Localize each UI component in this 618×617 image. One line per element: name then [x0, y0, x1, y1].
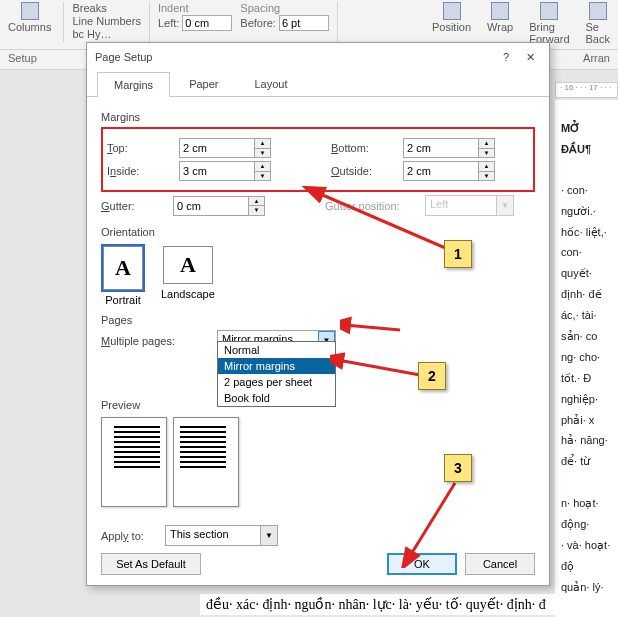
help-button[interactable]: ? — [495, 46, 517, 68]
pages-section-label: Pages — [101, 314, 535, 326]
chevron-down-icon: ▼ — [496, 196, 513, 215]
option-normal[interactable]: Normal — [218, 342, 335, 358]
preview-page-right — [173, 417, 239, 507]
dialog-tabs: Margins Paper Layout — [87, 71, 549, 97]
bottom-label: Bottom: — [331, 142, 403, 154]
option-mirror-margins[interactable]: Mirror margins — [218, 358, 335, 374]
top-spinner[interactable]: ▲▼ — [179, 138, 271, 158]
option-book-fold[interactable]: Book fold — [218, 390, 335, 406]
multiple-pages-dropdown[interactable]: Normal Mirror margins 2 pages per sheet … — [217, 341, 336, 407]
page-setup-dialog: Page Setup ? ✕ Margins Paper Layout Marg… — [86, 42, 550, 586]
outside-spinner[interactable]: ▲▼ — [403, 161, 495, 181]
preview-page-left — [101, 417, 167, 507]
multiple-pages-label: Multiple pages: — [101, 335, 217, 347]
columns-button[interactable]: Columns — [4, 2, 55, 47]
dialog-title: Page Setup — [95, 51, 493, 63]
outside-label: Outside: — [331, 165, 403, 177]
chevron-down-icon[interactable]: ▼ — [260, 526, 277, 545]
doc-footer-line: đều· xác· định· nguồn· nhân· lực· là· yế… — [200, 594, 618, 615]
send-back-button[interactable]: Se Back — [582, 2, 614, 47]
breaks-group[interactable]: Breaks Line Numbers bc Hy… — [72, 2, 140, 47]
tab-paper[interactable]: Paper — [172, 71, 235, 96]
orientation-portrait[interactable]: A Portrait — [101, 244, 145, 308]
document-body: MỞ ĐẦU¶ · con· người.· hốc· liệt,· con· … — [555, 100, 618, 617]
dialog-titlebar: Page Setup ? ✕ — [87, 43, 549, 71]
gutter-spinner[interactable]: ▲▼ — [173, 196, 265, 216]
gutter-input[interactable] — [173, 196, 249, 216]
cancel-button[interactable]: Cancel — [465, 553, 535, 575]
inside-input[interactable] — [179, 161, 255, 181]
tab-margins[interactable]: Margins — [97, 72, 170, 97]
position-button[interactable]: Position — [428, 2, 475, 47]
indent-group: Indent Left: — [158, 2, 232, 47]
inside-label: Inside: — [107, 165, 179, 177]
callout-3: 3 — [444, 454, 472, 482]
bottom-input[interactable] — [403, 138, 479, 158]
doc-heading: MỞ ĐẦU¶ — [561, 118, 612, 160]
tab-layout[interactable]: Layout — [237, 71, 304, 96]
gutter-position-label: Gutter position: — [325, 200, 425, 212]
orientation-landscape[interactable]: A Landscape — [159, 244, 217, 308]
apply-to-combo[interactable]: This section ▼ — [165, 525, 278, 546]
bring-forward-button[interactable]: Bring Forward — [525, 2, 573, 47]
top-input[interactable] — [179, 138, 255, 158]
set-as-default-button[interactable]: Set As Default — [101, 553, 201, 575]
margins-section-label: Margins — [101, 111, 535, 123]
spacing-before-input[interactable] — [279, 15, 329, 31]
bottom-spinner[interactable]: ▲▼ — [403, 138, 495, 158]
callout-2: 2 — [418, 362, 446, 390]
gutter-label: Gutter: — [101, 200, 173, 212]
ruler: · 16 · · · 17 · · · — [555, 82, 618, 98]
spin-down-icon[interactable]: ▼ — [255, 149, 270, 158]
ok-button[interactable]: OK — [387, 553, 457, 575]
top-label: Top: — [107, 142, 179, 154]
close-button[interactable]: ✕ — [519, 46, 541, 68]
gutter-position-combo: Left ▼ — [425, 195, 514, 216]
spin-up-icon[interactable]: ▲ — [255, 139, 270, 149]
inside-spinner[interactable]: ▲▼ — [179, 161, 271, 181]
callout-1: 1 — [444, 240, 472, 268]
margins-highlight-box: Top: ▲▼ Bottom: ▲▼ Inside: ▲▼ — [101, 127, 535, 192]
outside-input[interactable] — [403, 161, 479, 181]
spacing-group: Spacing Before: — [240, 2, 329, 47]
wrap-button[interactable]: Wrap — [483, 2, 517, 47]
apply-to-label: Apply to: — [101, 530, 165, 542]
orientation-section-label: Orientation — [101, 226, 535, 238]
indent-left-input[interactable] — [182, 15, 232, 31]
option-2-pages[interactable]: 2 pages per sheet — [218, 374, 335, 390]
